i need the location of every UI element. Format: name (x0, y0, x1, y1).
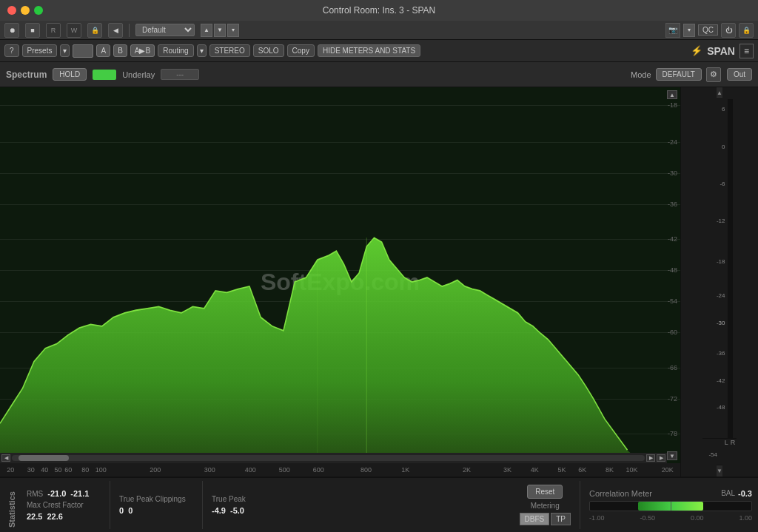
max-crest-label: Max Crest Factor (27, 501, 84, 509)
power-button[interactable]: ⏻ (721, 23, 736, 38)
solo-button[interactable]: SOLO (253, 44, 284, 57)
vu-label-neg18: -18 (717, 258, 725, 265)
a-button[interactable]: A (96, 44, 110, 57)
correlation-title: Correlation Meter (589, 489, 652, 498)
preset-down-arrow[interactable]: ▼ (214, 24, 226, 37)
spectrum-scroll-down[interactable]: ▼ (667, 451, 677, 460)
traffic-lights (7, 6, 43, 15)
freq-5k: 5K (558, 466, 566, 474)
peak-clip-val2: 0 (128, 506, 133, 515)
gear-button[interactable]: ⚙ (706, 67, 721, 82)
bal-value: -0.3 (738, 489, 752, 498)
menu-button[interactable]: ≡ (739, 44, 754, 58)
freq-50: 50 (55, 466, 62, 474)
vu-label-6: 6 (722, 106, 725, 112)
freq-4k: 4K (531, 466, 539, 474)
vu-label-0: 0 (722, 144, 725, 150)
vu-label-neg30: -30 (717, 320, 725, 326)
qc-button[interactable]: QC (698, 24, 718, 36)
vu-label-neg24: -24 (717, 292, 725, 299)
vu-label-neg54: -54 (708, 451, 717, 458)
spectrum-scrollbar[interactable]: ◀ ▶ ▶ (0, 453, 667, 463)
correlation-area: Correlation Meter BAL -0.3 -1.00 -0.50 0… (589, 481, 752, 529)
minimize-button[interactable] (21, 6, 30, 15)
freq-300: 300 (204, 466, 215, 474)
peak-clip-values: 0 0 (119, 506, 193, 515)
freq-80: 80 (81, 466, 89, 474)
spectrum-vu-area: -18 -24 -30 -36 -42 -48 -54 -60 -66 -72 … (0, 87, 758, 477)
lock-icon[interactable]: 🔒 (87, 23, 102, 38)
routing-button[interactable]: Routing (158, 44, 193, 57)
cam-arrow[interactable]: ▾ (683, 24, 695, 37)
preset-select[interactable]: Default (135, 24, 195, 36)
copy-button[interactable]: Copy (287, 44, 315, 57)
spectrum-up-arrow[interactable]: ▲ (667, 90, 677, 99)
vu-label-neg42: -42 (717, 377, 725, 384)
voxengo-logo: ⚡ (691, 45, 702, 56)
spectrum-area: -18 -24 -30 -36 -42 -48 -54 -60 -66 -72 … (0, 87, 680, 477)
vu-display: 6 0 -6 -12 -18 -24 -30 -36 -42 -48 (707, 99, 733, 438)
corr-label-max: 1.00 (739, 514, 752, 522)
peak-clip-row: True Peak Clippings (119, 495, 193, 503)
scroll-left-arrow[interactable]: ◀ (1, 454, 10, 462)
routing-arrow-button[interactable]: ▾ (197, 44, 207, 57)
scroll-more-arrow[interactable]: ▶ (657, 454, 665, 462)
mode-button[interactable]: DEFAULT (656, 68, 702, 81)
close-button[interactable] (7, 6, 16, 15)
svg-marker-0 (0, 238, 680, 477)
underlay-display[interactable]: --- (161, 69, 199, 80)
tp-button[interactable]: TP (551, 513, 571, 525)
spectrum-scroll-up[interactable]: ▲ (667, 90, 677, 99)
vu-scroll-down[interactable]: ▼ (717, 465, 722, 477)
max-crest-values: 22.5 22.6 (27, 512, 101, 521)
hold-button[interactable]: HOLD (53, 68, 87, 81)
spectrum-down-arrow[interactable]: ▼ (667, 451, 677, 460)
vu-scale: 6 0 -6 -12 -18 -24 -30 -36 -42 -48 (707, 99, 728, 438)
daw-toolbar: ⏺ ■ R W 🔒 ◀ Default ▲ ▼ ▾ 📷 ▾ QC ⏻ 🔒 (0, 21, 758, 40)
stereo-button[interactable]: STEREO (209, 44, 250, 57)
camera-button[interactable]: 📷 (665, 23, 680, 38)
out-button[interactable]: Out (727, 68, 752, 81)
vu-bars (728, 99, 733, 438)
dbfs-button[interactable]: DBFS (520, 513, 550, 525)
help-button[interactable]: ? (4, 44, 19, 57)
back-button[interactable]: ◀ (108, 23, 123, 38)
vu-scroll-up[interactable]: ▲ (717, 87, 722, 99)
corr-label-mid2: 0.00 (691, 514, 704, 522)
reset-button[interactable]: Reset (527, 485, 563, 499)
maximize-button[interactable] (34, 6, 43, 15)
freq-100: 100 (95, 466, 107, 474)
bal-area: BAL -0.3 (721, 489, 752, 498)
metering-label: Metering (531, 502, 560, 510)
correlation-meter (589, 501, 752, 511)
presets-button[interactable]: Presets (22, 44, 58, 57)
stop-button[interactable]: ■ (25, 23, 40, 38)
preset-up-arrow[interactable]: ▲ (201, 24, 212, 37)
rms-value2: -21.1 (70, 489, 89, 498)
scroll-right-arrow[interactable]: ▶ (646, 454, 655, 462)
presets-arrow-button[interactable]: ▾ (60, 44, 70, 57)
ab-copy-button[interactable]: A▶B (130, 44, 155, 57)
max-crest-val2: 22.6 (47, 512, 62, 521)
safe-button[interactable]: 🔒 (739, 23, 754, 38)
vu-label-neg6: -6 (720, 181, 725, 187)
divider-3 (580, 481, 580, 529)
spectrum-toggle[interactable] (93, 70, 116, 80)
freq-200: 200 (150, 466, 161, 474)
freq-500: 500 (279, 466, 290, 474)
max-crest-row: Max Crest Factor (27, 501, 101, 509)
w-button[interactable]: W (67, 23, 81, 38)
b-button[interactable]: B (113, 44, 127, 57)
record-button[interactable]: ⏺ (4, 23, 19, 38)
spectrum-svg (0, 87, 680, 477)
peak-clip-label: True Peak Clippings (119, 495, 186, 503)
preset-more-arrow[interactable]: ▾ (227, 24, 239, 37)
r-button[interactable]: R (46, 23, 61, 38)
scroll-track[interactable] (12, 455, 645, 461)
hide-meters-button[interactable]: HIDE METERS AND STATS (318, 44, 420, 57)
freq-40: 40 (41, 466, 48, 474)
mode-label: Mode (631, 70, 651, 79)
true-peak-val2: -5.0 (230, 506, 244, 515)
rms-value1: -21.0 (47, 489, 66, 498)
vu-r-label: R (731, 439, 736, 450)
